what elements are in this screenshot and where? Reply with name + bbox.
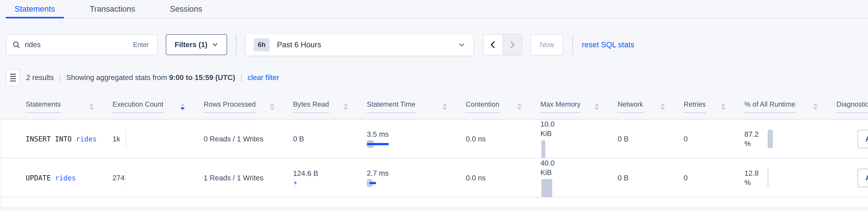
filters-button[interactable]: Filters (1) bbox=[166, 34, 227, 55]
bytes-read-bar bbox=[294, 180, 295, 187]
column-selector-button[interactable] bbox=[6, 69, 20, 86]
reset-sql-stats-link[interactable]: reset SQL stats bbox=[582, 41, 634, 49]
table-body: INSERT INTOrides 1k 0 Reads / 1 Writes 0… bbox=[1, 120, 868, 207]
previous-time-window-button[interactable] bbox=[484, 34, 503, 55]
sort-icon bbox=[270, 103, 274, 110]
max-memory-cell: 10.0 KiB bbox=[539, 120, 616, 158]
table-header-row: Statements Execution Count Rows Processe… bbox=[1, 100, 868, 120]
activate-diagnostics-button[interactable]: Activate bbox=[858, 130, 868, 148]
sort-icon bbox=[89, 103, 94, 110]
mean-bar bbox=[369, 182, 376, 184]
chevron-left-icon bbox=[489, 41, 497, 49]
time-interval-text: 9:00 to 15:59 (UTC) bbox=[169, 73, 235, 82]
toolbar-divider bbox=[572, 34, 573, 55]
separator: | bbox=[59, 73, 61, 82]
results-bar: 2 results | Showing aggregated stats fro… bbox=[0, 69, 868, 86]
column-header-network[interactable]: Network bbox=[616, 100, 682, 113]
sql-activity-tabbar: Statements Transactions Sessions bbox=[0, 0, 868, 19]
retries-cell: 0 bbox=[682, 134, 743, 144]
max-memory-cell: 40.0 KiB bbox=[539, 158, 616, 197]
tab-sessions[interactable]: Sessions bbox=[161, 0, 211, 18]
column-header-rows-processed[interactable]: Rows Processed bbox=[202, 100, 292, 113]
statements-table: Statements Execution Count Rows Processe… bbox=[1, 100, 868, 207]
network-cell: 0 B bbox=[616, 134, 682, 144]
execution-count-axis bbox=[125, 130, 126, 148]
sort-icon bbox=[660, 103, 665, 110]
results-count: 2 results bbox=[26, 73, 54, 82]
diagnostics-cell: Activate bbox=[835, 130, 868, 148]
column-header-execution-count[interactable]: Execution Count bbox=[111, 100, 202, 113]
statement-link[interactable]: UPDATErides bbox=[24, 173, 111, 183]
sort-icon bbox=[813, 103, 818, 110]
time-range-dropdown[interactable]: 6h Past 6 Hours bbox=[246, 34, 473, 56]
column-header-retries[interactable]: Retries bbox=[682, 100, 743, 113]
search-box: Enter bbox=[6, 34, 157, 55]
filters-toolbar: Enter Filters (1) 6h Past 6 Hours Now re… bbox=[0, 34, 868, 56]
chevron-down-icon bbox=[212, 42, 218, 48]
sort-icon bbox=[594, 103, 599, 110]
bytes-read-cell: 0 B bbox=[292, 134, 365, 144]
column-header-contention[interactable]: Contention bbox=[464, 100, 539, 113]
runtime-bar bbox=[768, 169, 768, 187]
column-selector-icon bbox=[10, 74, 16, 75]
network-cell: 0 B bbox=[616, 173, 682, 183]
now-button[interactable]: Now bbox=[531, 34, 563, 55]
activate-diagnostics-button[interactable]: Activate bbox=[858, 169, 868, 187]
separator: | bbox=[241, 73, 242, 82]
column-header-max-memory[interactable]: Max Memory bbox=[539, 100, 616, 113]
enter-hint: Enter bbox=[130, 39, 151, 50]
toolbar-divider bbox=[236, 34, 237, 55]
chevron-right-icon bbox=[508, 41, 517, 49]
statement-time-bar bbox=[367, 179, 419, 187]
memory-bar bbox=[541, 140, 545, 158]
diagnostics-cell: Activate bbox=[835, 169, 868, 187]
sort-desc-icon bbox=[180, 103, 185, 110]
retries-cell: 0 bbox=[682, 173, 743, 183]
column-header-diagnostics[interactable]: Diagnostics bbox=[835, 100, 868, 113]
mean-bar bbox=[367, 143, 389, 145]
search-input[interactable] bbox=[25, 41, 130, 49]
clear-filter-link[interactable]: clear filter bbox=[248, 73, 279, 82]
table-row: UPDATErides 274 1 Reads / 1 Writes 124.6… bbox=[1, 158, 868, 197]
pct-runtime-cell: 12.8 % bbox=[743, 168, 835, 187]
bytes-read-cell: 124.6 B bbox=[292, 169, 365, 187]
mean-bar bbox=[294, 182, 297, 184]
chevron-down-icon bbox=[458, 41, 465, 48]
column-header-bytes-read[interactable]: Bytes Read bbox=[292, 100, 365, 113]
tab-transactions[interactable]: Transactions bbox=[81, 0, 144, 18]
rows-processed-cell: 1 Reads / 1 Writes bbox=[202, 173, 292, 183]
sort-icon bbox=[721, 103, 726, 110]
pct-runtime-cell: 87.2 % bbox=[743, 130, 835, 149]
memory-bar bbox=[541, 179, 552, 197]
statement-link[interactable]: INSERT INTOrides bbox=[24, 134, 111, 144]
time-range-badge: 6h bbox=[254, 38, 270, 51]
search-icon bbox=[12, 41, 20, 49]
statement-time-cell: 2.7 ms bbox=[365, 168, 464, 187]
sort-icon bbox=[344, 103, 348, 110]
statement-time-cell: 3.5 ms bbox=[365, 130, 464, 149]
contention-cell: 0.0 ns bbox=[464, 134, 539, 144]
sort-icon bbox=[517, 103, 522, 110]
column-header-statements[interactable]: Statements bbox=[24, 100, 111, 113]
tab-statements[interactable]: Statements bbox=[5, 0, 64, 18]
time-window-arrows bbox=[483, 34, 522, 55]
table-row: INSERT INTOrides 1k 0 Reads / 1 Writes 0… bbox=[1, 120, 868, 158]
column-header-pct-of-all-runtime[interactable]: % of All Runtime bbox=[743, 100, 835, 113]
execution-count-cell: 274 bbox=[111, 173, 202, 183]
execution-count-cell: 1k bbox=[111, 134, 202, 144]
sort-icon bbox=[442, 103, 447, 110]
showing-range-text: Showing aggregated stats from 9:00 to 15… bbox=[66, 73, 235, 82]
contention-cell: 0.0 ns bbox=[464, 173, 539, 183]
runtime-bar bbox=[768, 130, 773, 148]
rows-processed-cell: 0 Reads / 1 Writes bbox=[202, 134, 292, 144]
column-header-statement-time[interactable]: Statement Time bbox=[365, 100, 464, 113]
execution-count-axis bbox=[125, 169, 126, 186]
next-time-window-button[interactable] bbox=[503, 34, 522, 55]
statement-time-bar bbox=[367, 140, 419, 149]
